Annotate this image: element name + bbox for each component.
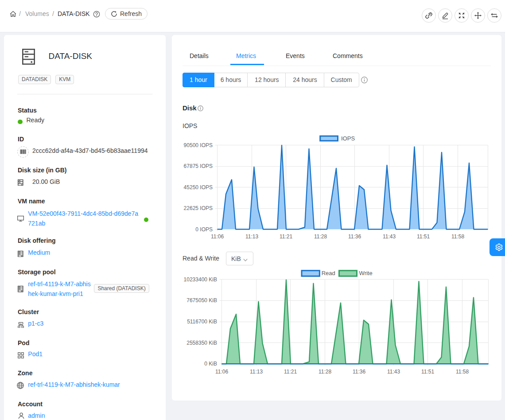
svg-text:2558350 KiB: 2558350 KiB	[186, 340, 217, 346]
svg-text:10233400 KiB: 10233400 KiB	[184, 276, 217, 283]
svg-text:11:06: 11:06	[215, 369, 228, 375]
svg-text:11:36: 11:36	[353, 369, 365, 375]
svg-text:11:51: 11:51	[421, 369, 434, 375]
svg-text:11:58: 11:58	[456, 369, 469, 375]
svg-text:Write: Write	[359, 270, 373, 276]
svg-text:11:28: 11:28	[319, 369, 331, 375]
svg-text:7675050 KiB: 7675050 KiB	[186, 297, 217, 303]
svg-text:Read: Read	[322, 270, 335, 276]
svg-text:11:21: 11:21	[284, 369, 297, 375]
svg-text:5116700 KiB: 5116700 KiB	[187, 319, 217, 325]
svg-text:0 KiB: 0 KiB	[204, 361, 217, 367]
svg-text:11:43: 11:43	[387, 369, 400, 375]
svg-text:11:13: 11:13	[250, 369, 263, 375]
